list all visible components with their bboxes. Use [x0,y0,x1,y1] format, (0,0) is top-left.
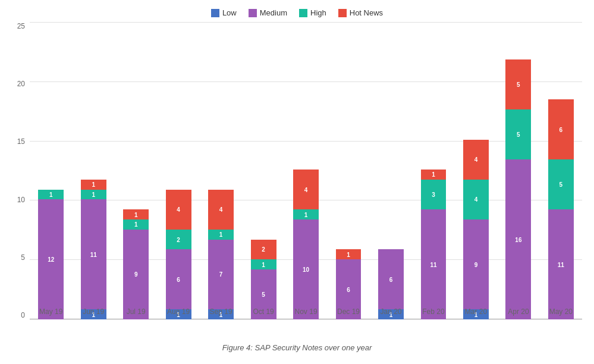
x-axis-label: Apr 20 [497,307,539,316]
chart-caption: Figure 4: SAP Security Notes over one ye… [222,343,372,352]
bar-segment-medium: 9 [123,230,149,319]
bar-stack-jul19: 911 [123,209,149,319]
bar-segment-hotnews: 1 [123,209,149,219]
legend-color-medium [249,9,257,17]
bar-segment-medium: 11 [548,209,574,319]
x-axis-label: Nov 19 [285,307,327,316]
bar-segment-high: 5 [505,109,531,159]
y-axis-label: 5 [12,253,25,262]
x-axis-label: Feb 20 [412,307,454,316]
bar-group: 61Dec 19 [327,22,369,319]
bar-value-label: 3 [432,192,435,198]
bar-segment-high: 5 [548,159,574,209]
legend-color-hot-news [338,9,347,17]
bar-value-label: 1 [347,251,350,258]
bar-value-label: 6 [560,126,563,133]
bar-value-label: 4 [177,206,180,213]
bar-value-label: 6 [177,276,180,283]
bar-value-label: 5 [560,181,563,188]
bar-value-label: 1 [92,181,95,188]
bar-value-label: 1 [304,211,308,218]
bar-group: 1156May 20 [540,22,582,319]
bar-segment-hotnews: 4 [293,170,319,209]
bar-segment-high: 4 [463,180,489,219]
bar-value-label: 11 [558,261,564,268]
y-axis-label: 10 [12,196,25,204]
bar-value-label: 1 [49,192,53,198]
bar-value-label: 4 [304,186,308,193]
x-axis-label: Mar 20 [455,307,497,316]
x-axis-label: Aug 19 [157,307,199,316]
bar-stack-mar20: 1944 [463,140,489,319]
bar-segment-medium: 12 [38,199,64,319]
bar-segment-medium: 11 [421,209,447,319]
bar-segment-medium: 10 [293,219,319,319]
legend-item-low: Low [211,8,237,17]
bar-segment-hotnews: 4 [463,140,489,180]
bar-group: 512Oct 19 [242,22,284,319]
bar-segment-high: 2 [166,230,191,250]
bar-stack-feb20: 1131 [421,170,447,319]
x-axis-label: May 20 [540,307,582,316]
y-axis: 0510152025 [12,22,30,337]
bar-value-label: 12 [48,256,54,263]
bar-segment-medium: 16 [505,159,531,319]
bar-segment-hotnews: 4 [208,190,234,230]
x-axis-label: Jan 20 [370,307,412,316]
bar-group: 1944Mar 20 [455,22,497,319]
y-axis-label: 20 [12,80,25,88]
bar-segment-medium: 9 [463,219,489,309]
bar-value-label: 11 [90,251,97,258]
x-axis-label: Dec 19 [327,307,369,316]
bar-segment-hotnews: 5 [505,59,531,109]
bar-stack-may19: 121 [38,190,64,319]
bar-value-label: 10 [303,266,309,273]
bar-value-label: 9 [134,271,138,278]
legend-color-low [211,9,219,17]
bar-segment-high: 1 [38,190,64,200]
bar-stack-jun19: 11111 [81,180,106,319]
legend: LowMediumHighHot News [211,8,383,17]
bar-segment-hotnews: 1 [421,170,447,180]
bar-segment-high: 1 [293,209,319,219]
bar-group: 11111Jun 19 [72,22,114,319]
bar-stack-nov19: 1014 [293,170,319,319]
x-axis-label: May 19 [30,307,72,316]
bar-segment-high: 1 [208,230,234,240]
bar-value-label: 2 [177,236,180,243]
bar-value-label: 2 [262,246,265,253]
bar-segment-hotnews: 2 [251,240,276,260]
bar-value-label: 1 [92,192,95,198]
bar-segment-hotnews: 1 [336,249,362,259]
bar-group: 1624Aug 19 [157,22,199,319]
bar-value-label: 1 [262,261,265,268]
bar-group: 1714Sep 19 [200,22,242,319]
bar-value-label: 1 [134,221,138,228]
bar-stack-aug19: 1624 [166,190,191,319]
bar-segment-high: 1 [123,219,149,230]
bar-stack-may20: 1156 [548,99,574,319]
bar-value-label: 5 [262,291,265,298]
legend-color-high [299,9,307,17]
bar-value-label: 1 [219,231,223,238]
bar-group: 1655Apr 20 [497,22,539,319]
bar-segment-hotnews: 1 [81,180,106,190]
x-axis-label: Jul 19 [115,307,157,316]
legend-item-high: High [299,8,326,17]
bar-value-label: 1 [432,171,435,178]
x-axis-label: Oct 19 [242,307,284,316]
bar-segment-hotnews: 4 [166,190,191,230]
bar-value-label: 11 [430,261,436,268]
bar-value-label: 9 [474,261,478,268]
bar-stack-apr20: 1655 [505,59,531,319]
bar-segment-medium: 6 [166,249,191,309]
bar-value-label: 7 [219,271,223,278]
bar-value-label: 5 [517,131,520,138]
bar-segment-medium: 6 [378,249,404,309]
bar-stack-sep19: 1714 [208,190,234,319]
bar-group: 121May 19 [30,22,72,319]
bar-segment-medium: 11 [81,199,106,309]
y-axis-label: 15 [12,137,25,146]
legend-item-hot-news: Hot News [338,8,383,17]
bar-value-label: 5 [517,81,520,88]
